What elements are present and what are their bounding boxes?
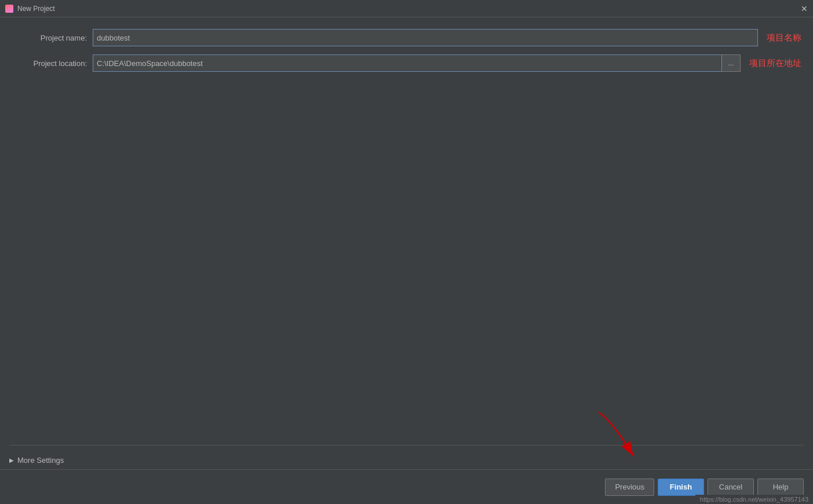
close-button[interactable]: ✕ — [796, 0, 813, 17]
main-content: Project name: 项目名称 Project location: ...… — [0, 17, 813, 428]
app-icon — [5, 4, 14, 13]
project-location-label: Project location: — [12, 59, 93, 68]
more-settings[interactable]: ▶ More Settings — [9, 451, 804, 469]
divider — [9, 445, 804, 445]
help-button[interactable]: Help — [757, 479, 804, 496]
cancel-button[interactable]: Cancel — [708, 479, 754, 496]
project-name-label: Project name: — [12, 34, 93, 42]
project-location-annotation: 项目所在地址 — [749, 58, 801, 69]
project-name-row: Project name: 项目名称 — [12, 29, 801, 46]
project-name-annotation: 项目名称 — [767, 32, 801, 43]
project-location-input[interactable] — [93, 54, 722, 72]
finish-button[interactable]: Finish — [658, 479, 704, 496]
bottom-bar: Previous Finish Cancel Help — [0, 469, 813, 504]
footer-area: ▶ More Settings — [0, 445, 813, 469]
more-settings-arrow-icon: ▶ — [9, 457, 14, 463]
project-name-input[interactable] — [93, 29, 758, 46]
project-location-row: Project location: ... 项目所在地址 — [12, 54, 801, 72]
previous-button[interactable]: Previous — [605, 479, 654, 496]
url-bar: https://blog.csdn.net/weixin_43957143 — [695, 495, 813, 504]
more-settings-label: More Settings — [17, 456, 64, 465]
project-location-input-group: ... — [93, 54, 741, 72]
title-bar: New Project ✕ — [0, 0, 813, 17]
title-bar-text: New Project — [17, 5, 808, 13]
browse-button[interactable]: ... — [722, 54, 741, 72]
empty-area — [12, 80, 801, 416]
